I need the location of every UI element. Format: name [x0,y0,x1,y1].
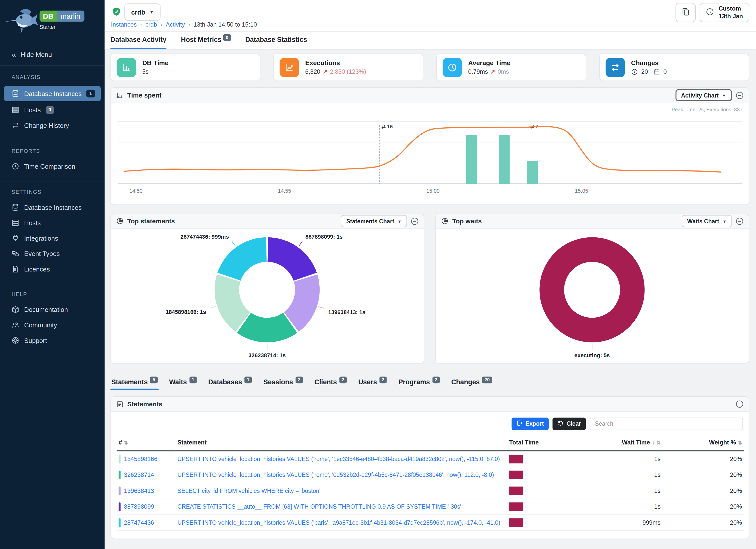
donut-slice-executing[interactable] [552,249,632,330]
statement-color-bar [119,502,121,511]
statement-id-link[interactable]: 887898099 [124,503,154,510]
dbmarlin-app: DB marlin Starter « Hide Menu ANALYSISDa… [0,0,756,549]
detail-tab-programs[interactable]: Programs2 [397,376,440,390]
active-tab-underline [110,48,166,49]
statements-chart-select[interactable]: Statements Chart ▼ [341,215,407,227]
sidebar-item-support[interactable]: Support [0,333,105,348]
sidebar-item-hosts[interactable]: Hosts0 [0,102,105,118]
statement-link[interactable]: UPSERT INTO vehicle_location_histories V… [177,456,500,463]
statement-id-link[interactable]: 326238714 [124,472,154,478]
sidebar-item-licences[interactable]: Licences [0,261,105,277]
time-spent-header: Time spent Activity Chart ▼ [111,88,749,103]
waits-chart-select[interactable]: Waits Chart ▼ [682,215,732,227]
breadcrumb-link-crdb[interactable]: crdb [145,21,157,28]
detail-tab-databases[interactable]: Databases1 [207,376,253,390]
label-leader [299,241,302,246]
donut-label: 326238714: 1s [248,352,286,358]
change-bar[interactable] [527,161,538,184]
table-row: 326238714UPSERT INTO vehicle_location_hi… [117,467,744,483]
count-badge: 2 [380,377,387,383]
detail-tab-clients[interactable]: Clients2 [313,376,348,390]
chevrons-left-icon: « [12,51,15,59]
clear-button[interactable]: Clear [552,418,586,430]
active-tab-underline [110,389,158,390]
plug-icon [12,234,19,242]
people-icon [12,321,19,329]
time-spent-chart: 14:5014:5515:0015:05⇄ 16⇄ 7 Peak Time: 2… [111,103,749,205]
collapse-icon[interactable] [411,217,419,225]
x-tick-label: 15:00 [426,188,440,194]
breadcrumb-link-instances[interactable]: Instances [111,21,137,28]
sidebar-item-event-types[interactable]: Event Types [0,246,105,261]
export-button[interactable]: Export [512,418,549,430]
instance-selector[interactable]: crdb ▼ [124,3,160,21]
statement-id-link[interactable]: 1845898166 [124,456,157,463]
statement-link[interactable]: SELECT city, id FROM vehicles WHERE city… [177,488,320,494]
column-header--[interactable]: #⇅ [117,436,175,451]
chevron-down-icon: ▼ [150,10,154,14]
change-marker-label[interactable]: ⇄ 16 [382,124,393,129]
change-bar[interactable] [499,135,510,184]
sidebar-item-label: Event Types [24,250,60,257]
sidebar-item-integrations[interactable]: Integrations [0,230,105,246]
kpi-card-changes: Changes200 [599,54,749,81]
statement-id-link[interactable]: 287474436 [124,519,154,526]
db-time-line [124,127,721,172]
clock-icon [443,58,462,77]
detail-tab-waits[interactable]: Waits1 [168,376,198,390]
column-header-wait-time[interactable]: Wait Time↑⇅ [595,436,663,451]
sidebar-item-hosts[interactable]: Hosts [0,215,105,231]
x-tick-label: 14:50 [129,188,143,194]
sidebar-item-database-instances[interactable]: Database Instances1 [4,86,101,101]
x-tick-label: 15:05 [575,188,588,194]
dbmarlin-logo[interactable]: DB marlin Starter [0,0,105,44]
change-bar[interactable] [466,135,477,184]
donut-slice-887898099[interactable] [268,237,317,281]
column-header-weight-[interactable]: Weight %⇅ [663,436,744,451]
donut-slice-287474436[interactable] [217,237,266,281]
sidebar-item-database-instances[interactable]: Database Instances [0,200,105,215]
table-controls: Export Clear [117,418,743,430]
detail-tab-statements[interactable]: Statements5 [110,376,158,390]
kpi-title: Changes [631,59,670,67]
column-header-total-time[interactable]: Total Time [507,436,595,451]
tab-host-metrics[interactable]: Host Metrics0 [181,32,231,49]
sidebar-item-change-history[interactable]: Change History [0,118,105,133]
copy-link-button[interactable] [676,3,696,22]
hide-menu-button[interactable]: « Hide Menu [0,44,105,65]
server-icon [12,219,19,227]
chevron-down-icon: ▼ [722,219,726,223]
calendar-icon [653,68,660,75]
tab-database-activity[interactable]: Database Activity [110,32,166,49]
detail-tab-sessions[interactable]: Sessions2 [262,376,304,390]
statement-link[interactable]: CREATE STATISTICS __auto__ FROM [63] WIT… [177,503,461,510]
pie-chart-icon [441,217,448,225]
detail-tab-changes[interactable]: Changes20 [450,376,493,390]
statement-link[interactable]: UPSERT INTO vehicle_location_histories V… [177,472,494,478]
kpi-text: DB Time5s [142,59,168,75]
copy-icon [681,7,690,18]
sidebar-item-community[interactable]: Community [0,317,105,333]
label-leader [318,307,324,308]
collapse-icon[interactable] [736,217,743,225]
activity-chart-select[interactable]: Activity Chart ▼ [675,89,732,101]
breadcrumb-link-activity[interactable]: Activity [166,21,185,28]
nav-section-reports: REPORTSTime Comparison [0,139,105,180]
column-header-statement[interactable]: Statement [175,436,507,451]
tab-database-statistics[interactable]: Database Statistics [245,32,307,49]
collapse-icon[interactable] [736,91,743,99]
sidebar-item-documentation[interactable]: Documentation [0,302,105,317]
total-time-bar [509,487,523,495]
statement-link[interactable]: UPSERT INTO vehicle_location_histories V… [177,519,500,526]
table-row: 1845898166UPSERT INTO vehicle_location_h… [117,451,744,467]
search-input[interactable] [590,418,743,430]
sidebar-item-time-comparison[interactable]: Time Comparison [0,159,105,174]
collapse-icon[interactable] [736,400,743,408]
swap-icon [606,58,625,77]
tab-label: Clients [314,378,337,386]
time-range-button[interactable]: Custom 13th Jan [700,3,749,22]
statement-color-bar [119,471,121,479]
donut-row: Top statements Statements Chart ▼ 887898… [110,214,749,363]
detail-tab-users[interactable]: Users2 [357,376,388,390]
statement-id-link[interactable]: 139638413 [124,488,154,494]
